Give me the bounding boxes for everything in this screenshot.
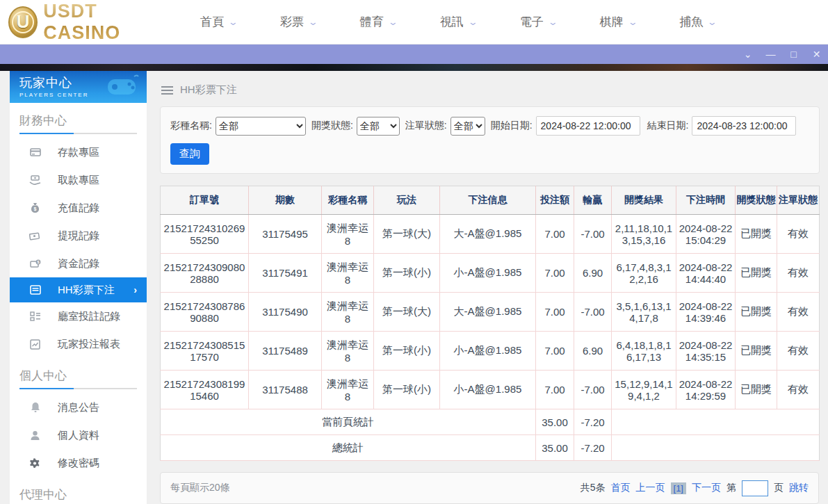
- nav-item-home[interactable]: 首頁 ⌄: [200, 14, 237, 30]
- table-header-row: 訂單號期數彩種名稱玩法下注信息投注額輸贏開獎結果下注時間開獎狀態注單狀態: [161, 186, 820, 215]
- lottery-name-label: 彩種名稱:: [170, 120, 212, 132]
- moneybag-icon: $: [29, 202, 41, 214]
- chevron-right-icon: ›: [133, 284, 137, 295]
- sidebar-item-label: 廳室投註記錄: [58, 310, 120, 323]
- nav-item-lottery[interactable]: 彩票 ⌄: [280, 14, 317, 30]
- column-header: 彩種名稱: [322, 186, 374, 215]
- table-cell: 第一球(大): [374, 215, 440, 254]
- sidebar-item-change-password[interactable]: 修改密碼: [10, 449, 147, 477]
- top-navigation: U USDT CASINO 首頁 ⌄ 彩票 ⌄ 體育 ⌄ 視訊 ⌄ 電子 ⌄ 棋…: [0, 0, 828, 44]
- table-cell: 7.00: [536, 215, 574, 254]
- page-summary-empty: [612, 409, 820, 435]
- table-cell: 已開獎: [736, 332, 777, 371]
- start-date-input[interactable]: [536, 116, 640, 136]
- nav-label: 視訊: [440, 14, 464, 30]
- table-row: 215217243085151757031175489澳洲幸运8第一球(小)小-…: [161, 332, 820, 371]
- chevron-down-icon: ⌄: [707, 17, 717, 27]
- bets-table: 訂單號期數彩種名稱玩法下注信息投注額輸贏開獎結果下注時間開獎狀態注單狀態 215…: [160, 186, 820, 461]
- jump-prefix-label: 第: [726, 482, 736, 494]
- table-cell: 31175491: [249, 254, 322, 293]
- table-cell: 6.90: [574, 332, 612, 371]
- table-cell: 31175488: [249, 371, 322, 409]
- table-cell: 7.00: [536, 293, 574, 332]
- menu-toggle-icon[interactable]: [161, 84, 173, 97]
- sidebar-item-hh-lottery-bets[interactable]: HH彩票下注 ›: [10, 277, 147, 302]
- end-date-input[interactable]: [692, 116, 796, 136]
- pagination-bar: 每頁顯示20條 共5条 首页 上一页 [1] 下一页 第 页 跳转: [160, 472, 819, 504]
- order-status-select[interactable]: 全部: [450, 117, 485, 136]
- chevron-down-icon: ⌄: [468, 17, 478, 27]
- table-cell: 有效: [777, 254, 820, 293]
- lottery-name-select[interactable]: 全部: [216, 117, 306, 136]
- table-cell: 6,17,4,8,3,12,2,16: [612, 254, 676, 293]
- sidebar-item-recharge-records[interactable]: $ 充值記錄: [10, 194, 147, 222]
- table-cell: 有效: [777, 371, 820, 409]
- sidebar-item-label: 存款專區: [58, 146, 99, 159]
- chevron-down-icon: ⌄: [388, 17, 398, 27]
- minimize-icon[interactable]: —: [759, 49, 782, 60]
- sidebar-item-withdraw[interactable]: 取款專區: [10, 166, 147, 194]
- sidebar: 玩家中心 PLAYERS CENTER 財務中心 存款專區 取款專區: [10, 71, 147, 504]
- funds-icon: $: [29, 258, 41, 270]
- table-cell: 2024-08-22 14:39:46: [676, 293, 736, 332]
- nav-item-sports[interactable]: 體育 ⌄: [360, 14, 397, 30]
- table-cell: -7.00: [574, 215, 612, 254]
- breadcrumb: HH彩票下注: [160, 71, 820, 106]
- table-cell: 2152172430819915460: [161, 371, 249, 409]
- page-jump-input[interactable]: [742, 480, 768, 496]
- nav-item-electronic[interactable]: 電子 ⌄: [520, 14, 557, 30]
- next-page-link[interactable]: 下一页: [692, 482, 721, 494]
- table-cell: 31175490: [249, 293, 322, 332]
- table-cell: 已開獎: [736, 254, 777, 293]
- nav-label: 捕魚: [679, 14, 703, 30]
- sidebar-item-withdrawal-records[interactable]: 提現記錄: [10, 222, 147, 250]
- table-cell: 2024-08-22 14:44:40: [676, 254, 736, 293]
- table-cell: 2152172430878690880: [161, 293, 249, 332]
- table-cell: 15,12,9,14,19,4,1,2: [612, 371, 676, 409]
- table-cell: 有效: [777, 293, 820, 332]
- jump-button[interactable]: 跳转: [789, 482, 809, 494]
- sidebar-item-room-bet-records[interactable]: 廳室投註記錄: [10, 302, 147, 330]
- table-cell: 2152172431026955250: [161, 215, 249, 254]
- nav-item-video[interactable]: 視訊 ⌄: [440, 14, 477, 30]
- sidebar-item-profile[interactable]: 個人資料: [10, 421, 147, 449]
- prev-page-link[interactable]: 上一页: [636, 482, 665, 494]
- nav-item-boardgames[interactable]: 棋牌 ⌄: [600, 14, 637, 30]
- coin-logo-icon: U: [8, 6, 38, 38]
- column-header: 期數: [249, 186, 322, 215]
- total-count-text: 共5条: [581, 482, 606, 494]
- sidebar-item-label: HH彩票下注: [58, 284, 115, 297]
- collapse-icon[interactable]: ⌄: [736, 49, 759, 60]
- section-title-agent: 代理中心: [10, 477, 147, 504]
- table-cell: 已開獎: [736, 293, 777, 332]
- nav-item-fishing[interactable]: 捕魚 ⌄: [679, 14, 716, 30]
- sidebar-item-deposit[interactable]: 存款專區: [10, 138, 147, 166]
- search-button[interactable]: 查詢: [170, 143, 209, 165]
- logo[interactable]: U USDT CASINO: [8, 1, 168, 44]
- table-cell: 第一球(大): [374, 293, 440, 332]
- start-date-label: 開始日期:: [491, 120, 533, 132]
- section-title-finance: 財務中心: [10, 103, 147, 133]
- sidebar-item-funds-records[interactable]: $ 資金記錄: [10, 250, 147, 277]
- maximize-icon[interactable]: □: [782, 49, 805, 60]
- table-cell: 大-A盤@1.985: [440, 293, 536, 332]
- first-page-link[interactable]: 首页: [611, 482, 631, 494]
- table-cell: 已開獎: [736, 215, 777, 254]
- sidebar-item-label: 個人資料: [58, 429, 99, 442]
- main-content: HH彩票下注 彩種名稱: 全部 開獎狀態: 全部 注單狀態: 全部 開始日期: …: [147, 71, 828, 504]
- sidebar-item-player-bet-report[interactable]: 玩家投注報表: [10, 330, 147, 358]
- close-icon[interactable]: ✕: [805, 49, 828, 60]
- order-status-label: 注單狀態:: [405, 120, 447, 132]
- section-title-personal: 個人中心: [10, 358, 147, 388]
- draw-status-select[interactable]: 全部: [357, 117, 400, 136]
- sidebar-item-announcements[interactable]: 消息公告: [10, 393, 147, 421]
- current-page-indicator[interactable]: [1]: [671, 482, 686, 494]
- bet-list-icon: [29, 284, 41, 296]
- table-cell: 7.00: [536, 332, 574, 371]
- logo-text: USDT CASINO: [43, 1, 168, 44]
- table-row: 215217243090802888031175491澳洲幸运8第一球(小)小-…: [161, 254, 820, 293]
- table-cell: 第一球(小): [374, 371, 440, 409]
- user-icon: [29, 430, 41, 441]
- table-cell: 小-A盤@1.985: [440, 371, 536, 409]
- grand-summary-bet-total: 35.00: [536, 435, 574, 461]
